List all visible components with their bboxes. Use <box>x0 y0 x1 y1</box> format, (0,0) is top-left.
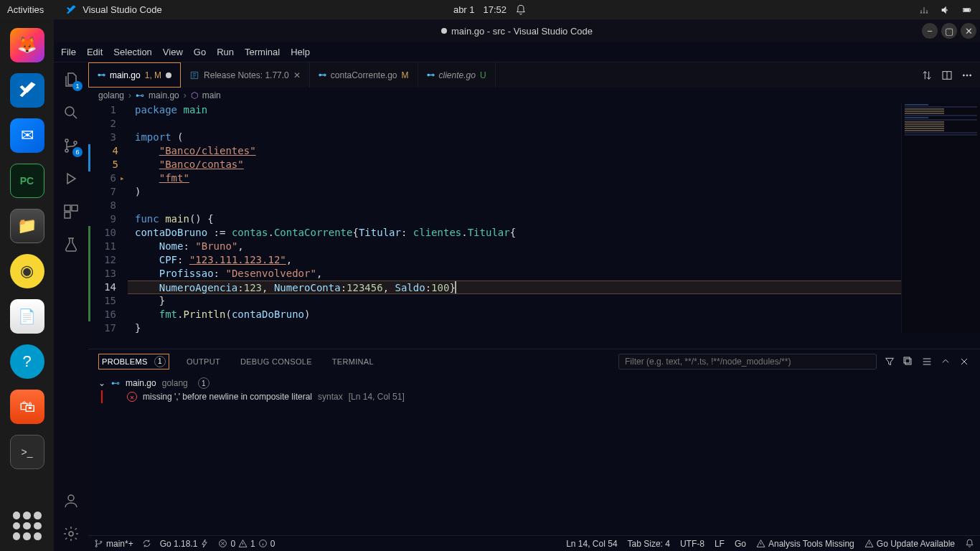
panel-tab-problems[interactable]: PROBLEMS 1 <box>98 354 169 369</box>
activity-run-debug[interactable] <box>61 169 81 189</box>
activities-label[interactable]: Activities <box>7 4 44 15</box>
close-tab-icon[interactable]: ✕ <box>293 70 301 80</box>
warning-icon <box>238 539 248 548</box>
menu-selection[interactable]: Selection <box>113 47 151 57</box>
explorer-badge: 1 <box>72 81 83 91</box>
battery-icon[interactable] <box>961 4 973 16</box>
tab-label: cliente.go <box>439 70 476 80</box>
bottom-panel: PROBLEMS 1 OUTPUT DEBUG CONSOLE TERMINAL <box>88 349 980 535</box>
panel-tab-debug-console[interactable]: DEBUG CONSOLE <box>237 356 315 367</box>
panel-tab-output[interactable]: OUTPUT <box>184 356 223 367</box>
clock[interactable]: abr 1 17:52 <box>453 4 527 16</box>
dock-terminal[interactable]: >_ <box>10 435 44 469</box>
error-circle-icon <box>218 539 227 548</box>
status-encoding[interactable]: UTF-8 <box>680 539 705 549</box>
dock-software[interactable]: 🛍 <box>10 390 44 424</box>
problem-file-row[interactable]: ⌄ ⊷ main.go golang 1 <box>98 376 970 390</box>
maximize-button[interactable]: ▢ <box>941 23 957 39</box>
menu-edit[interactable]: Edit <box>87 47 103 57</box>
status-tab-size[interactable]: Tab Size: 4 <box>628 539 670 549</box>
activity-accounts[interactable] <box>61 491 81 511</box>
code-editor[interactable]: 1234567891011121314151617 package mainim… <box>88 103 980 349</box>
tab-status: U <box>480 70 486 80</box>
minimap[interactable] <box>901 103 980 333</box>
svg-point-3 <box>65 107 74 116</box>
dock-vscode[interactable] <box>10 73 44 108</box>
tab-contacorrente-go[interactable]: ⊷ contaCorrente.go M <box>310 62 418 88</box>
tab-actions <box>914 62 980 88</box>
play-bug-icon <box>62 170 80 187</box>
volume-icon[interactable] <box>940 4 951 16</box>
dock-firefox[interactable]: 🦊 <box>10 28 44 62</box>
activity-settings[interactable] <box>61 524 81 544</box>
breadcrumb-symbol[interactable]: main <box>202 90 221 100</box>
status-problems[interactable]: 0 1 0 <box>218 539 275 549</box>
close-panel-icon[interactable] <box>958 356 970 367</box>
dock-pycharm[interactable]: PC <box>10 164 44 198</box>
menu-file[interactable]: File <box>61 47 76 57</box>
activity-source-control[interactable]: 6 <box>61 136 81 156</box>
dock-show-apps[interactable] <box>13 512 42 540</box>
status-cursor-position[interactable]: Ln 14, Col 54 <box>566 539 617 549</box>
menu-go[interactable]: Go <box>194 47 206 57</box>
status-sync[interactable] <box>142 539 151 548</box>
filter-icon[interactable] <box>884 356 895 367</box>
tab-cliente-go[interactable]: ⊷ cliente.go U <box>418 62 496 88</box>
split-editor-icon[interactable] <box>941 70 953 81</box>
menu-help[interactable]: Help <box>291 47 310 57</box>
window-title: main.go - src - Visual Studio Code <box>451 26 593 37</box>
dock-files[interactable]: 📁 <box>10 209 44 243</box>
activity-testing[interactable] <box>61 235 81 255</box>
more-actions-icon[interactable] <box>961 70 973 81</box>
active-app[interactable]: Visual Studio Code <box>65 4 161 16</box>
compare-changes-icon[interactable] <box>921 70 933 81</box>
dock-thunderbird[interactable]: ✉ <box>10 118 44 153</box>
status-branch[interactable]: main*+ <box>94 539 133 549</box>
dock-libreoffice[interactable]: 📄 <box>10 299 44 334</box>
panel-tabs: PROBLEMS 1 OUTPUT DEBUG CONSOLE TERMINAL <box>88 349 980 373</box>
line-gutter: 1234567891011121314151617 <box>88 103 128 349</box>
maximize-panel-icon[interactable] <box>940 356 951 367</box>
activity-search[interactable] <box>61 103 81 123</box>
status-eol[interactable]: LF <box>715 539 725 549</box>
symbol-module-icon: ⬡ <box>191 90 198 100</box>
problem-item[interactable]: ✕ missing ',' before newline in composit… <box>101 390 970 403</box>
problem-location: [Ln 14, Col 51] <box>349 392 405 402</box>
code-content[interactable]: package mainimport ( "Banco/clientes" "B… <box>128 103 980 349</box>
svg-point-20 <box>100 541 102 542</box>
svg-point-5 <box>65 149 68 152</box>
status-analysis-tools[interactable]: Analysis Tools Missing <box>756 539 854 549</box>
status-bar: main*+ Go 1.18.1 0 1 0 Ln 14, Col 54 <box>88 535 980 551</box>
tab-release-notes[interactable]: Release Notes: 1.77.0 ✕ <box>181 62 310 88</box>
breadcrumb-folder[interactable]: golang <box>98 90 124 100</box>
dock-rhythmbox[interactable]: ◉ <box>10 254 44 288</box>
svg-rect-2 <box>963 9 969 11</box>
breadcrumb-file[interactable]: main.go <box>149 90 179 100</box>
menu-run[interactable]: Run <box>217 47 234 57</box>
panel-tab-terminal[interactable]: TERMINAL <box>329 356 377 367</box>
close-window-button[interactable]: ✕ <box>961 23 976 39</box>
network-icon[interactable] <box>918 4 930 16</box>
status-language[interactable]: Go <box>735 539 746 549</box>
tab-status: M <box>402 70 409 80</box>
titlebar: main.go - src - Visual Studio Code − ▢ ✕ <box>54 19 980 42</box>
view-as-list-icon[interactable] <box>921 356 933 367</box>
status-go-version[interactable]: Go 1.18.1 <box>160 539 210 549</box>
breadcrumb[interactable]: golang › ⊷ main.go › ⬡ main <box>88 88 980 103</box>
dock-help[interactable]: ? <box>10 344 44 379</box>
menu-terminal[interactable]: Terminal <box>245 47 280 57</box>
svg-point-10 <box>68 495 74 501</box>
activity-extensions[interactable] <box>61 202 81 222</box>
problems-filter-input[interactable] <box>618 354 877 369</box>
problem-message: missing ',' before newline in composite … <box>143 392 312 402</box>
activity-explorer[interactable]: 1 <box>61 70 81 90</box>
minimize-button[interactable]: − <box>922 23 938 39</box>
go-file-icon: ⊷ <box>319 70 326 80</box>
collapse-all-icon[interactable] <box>903 356 914 367</box>
os-topbar: Activities Visual Studio Code abr 1 17:5… <box>0 0 980 19</box>
unsaved-dot-icon <box>441 28 447 34</box>
menu-view[interactable]: View <box>163 47 183 57</box>
tab-main-go[interactable]: ⊷ main.go 1, M <box>88 62 181 88</box>
status-notifications[interactable] <box>965 539 974 548</box>
status-go-update[interactable]: Go Update Available <box>864 539 955 549</box>
